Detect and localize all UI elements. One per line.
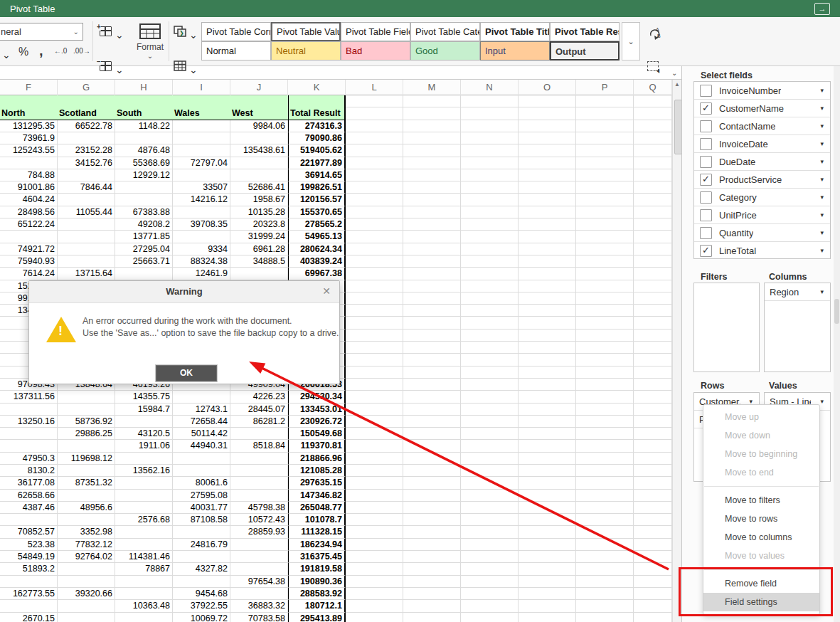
empty-cell[interactable]	[576, 95, 634, 107]
empty-cell[interactable]	[576, 255, 634, 268]
value-cell[interactable]: 28445.07	[230, 404, 288, 416]
chevron-down-icon[interactable]: ▾	[820, 247, 824, 254]
chevron-down-icon[interactable]: ▾	[820, 398, 824, 405]
checkbox[interactable]	[700, 120, 712, 132]
scrollbar-thumb[interactable]	[674, 100, 682, 154]
value-cell[interactable]: 119698.12	[58, 453, 115, 465]
empty-cell[interactable]	[461, 231, 519, 243]
empty-cell[interactable]	[519, 194, 576, 206]
marquee-select-icon[interactable]	[647, 61, 659, 73]
checkbox[interactable]: ✓	[700, 245, 712, 257]
total-cell[interactable]: 316375.45	[288, 551, 346, 563]
empty-cell[interactable]	[403, 600, 461, 612]
empty-cell[interactable]	[634, 551, 672, 563]
value-cell[interactable]: 12929.12	[115, 169, 173, 181]
empty-cell[interactable]	[519, 268, 576, 280]
empty-cell[interactable]	[461, 132, 519, 144]
empty-cell[interactable]	[576, 526, 634, 538]
value-cell[interactable]: 92764.02	[58, 551, 115, 563]
total-cell[interactable]: 101078.7	[288, 514, 346, 526]
value-cell[interactable]: 73961.9	[0, 132, 58, 144]
value-cell[interactable]	[173, 526, 230, 538]
grid-vertical-scrollbar[interactable]: ▲	[672, 80, 681, 622]
empty-cell[interactable]	[461, 600, 519, 612]
value-cell[interactable]	[0, 576, 58, 588]
value-cell[interactable]	[58, 391, 115, 403]
value-cell[interactable]	[58, 231, 115, 243]
empty-cell[interactable]	[346, 477, 403, 489]
empty-cell[interactable]	[346, 194, 403, 206]
column-header-M[interactable]: M	[403, 80, 461, 95]
format-button[interactable]: Format ⌄	[132, 23, 168, 60]
empty-cell[interactable]	[634, 588, 672, 600]
value-cell[interactable]	[115, 539, 173, 551]
style-chip-input[interactable]: Input	[480, 41, 550, 60]
sidebar-scroll-gutter[interactable]	[834, 66, 840, 622]
empty-cell[interactable]	[461, 218, 519, 231]
empty-cell[interactable]	[461, 465, 519, 477]
total-cell[interactable]: 111328.15	[288, 526, 346, 538]
empty-cell[interactable]	[634, 453, 672, 465]
empty-cell[interactable]	[403, 305, 461, 317]
value-cell[interactable]	[115, 453, 173, 465]
empty-cell[interactable]	[576, 120, 634, 132]
value-cell[interactable]: 14216.12	[173, 194, 230, 206]
empty-cell[interactable]	[519, 255, 576, 268]
empty-cell[interactable]	[403, 428, 461, 440]
value-cell[interactable]: 78867	[115, 563, 173, 575]
value-cell[interactable]: 7614.24	[0, 268, 58, 280]
empty-cell[interactable]	[346, 576, 403, 588]
empty-cell[interactable]	[634, 428, 672, 440]
empty-cell[interactable]	[403, 404, 461, 416]
total-cell[interactable]: 218866.96	[288, 453, 346, 465]
value-cell[interactable]: 9984.06	[230, 120, 288, 132]
empty-cell[interactable]	[634, 292, 672, 305]
column-header-H[interactable]: H	[115, 80, 173, 95]
value-cell[interactable]: 33507	[173, 181, 230, 194]
empty-cell[interactable]	[346, 255, 403, 268]
value-cell[interactable]	[115, 194, 173, 206]
empty-cell[interactable]	[576, 563, 634, 575]
value-cell[interactable]: 48956.6	[58, 502, 115, 514]
value-cell[interactable]	[58, 218, 115, 231]
empty-cell[interactable]	[461, 95, 519, 107]
empty-cell[interactable]	[346, 95, 403, 107]
empty-cell[interactable]	[346, 367, 403, 379]
chevron-down-icon[interactable]: ▾	[820, 288, 824, 295]
total-cell[interactable]: 54965.13	[288, 231, 346, 243]
style-chip-pivot-table-fielc[interactable]: Pivot Table Fielc	[341, 22, 410, 41]
total-cell[interactable]: 180712.1	[288, 600, 346, 612]
value-cell[interactable]: 39708.35	[173, 218, 230, 231]
empty-cell[interactable]	[576, 428, 634, 440]
empty-cell[interactable]	[346, 379, 403, 391]
total-cell[interactable]: 274316.3	[288, 120, 346, 132]
sidebar-scroll-thumb[interactable]	[834, 299, 839, 324]
checkbox[interactable]	[700, 227, 712, 239]
empty-cell[interactable]	[461, 354, 519, 366]
total-cell[interactable]: 190890.36	[288, 576, 346, 588]
value-cell[interactable]: 135438.61	[230, 144, 288, 157]
value-cell[interactable]	[173, 132, 230, 144]
checkbox[interactable]: ✓	[700, 174, 712, 186]
value-cell[interactable]: 8130.2	[0, 465, 58, 477]
empty-cell[interactable]	[576, 231, 634, 243]
column-header-O[interactable]: O	[519, 80, 576, 95]
value-cell[interactable]: 51893.2	[0, 563, 58, 575]
empty-cell[interactable]	[403, 551, 461, 563]
empty-cell[interactable]	[461, 330, 519, 342]
value-cell[interactable]: 10363.48	[115, 600, 173, 612]
empty-cell[interactable]	[346, 563, 403, 575]
empty-cell[interactable]	[576, 576, 634, 588]
value-cell[interactable]: 131295.35	[0, 120, 58, 132]
empty-cell[interactable]	[576, 157, 634, 169]
value-cell[interactable]: 34152.76	[58, 157, 115, 169]
exit-pivot-icon[interactable]: →	[814, 3, 830, 15]
empty-cell[interactable]	[461, 453, 519, 465]
empty-cell[interactable]	[519, 428, 576, 440]
empty-cell[interactable]	[346, 206, 403, 218]
empty-cell[interactable]	[634, 194, 672, 206]
empty-cell[interactable]	[519, 600, 576, 612]
column-header-N[interactable]: N	[461, 80, 519, 95]
empty-cell[interactable]	[346, 181, 403, 194]
value-cell[interactable]: 23152.28	[58, 144, 115, 157]
